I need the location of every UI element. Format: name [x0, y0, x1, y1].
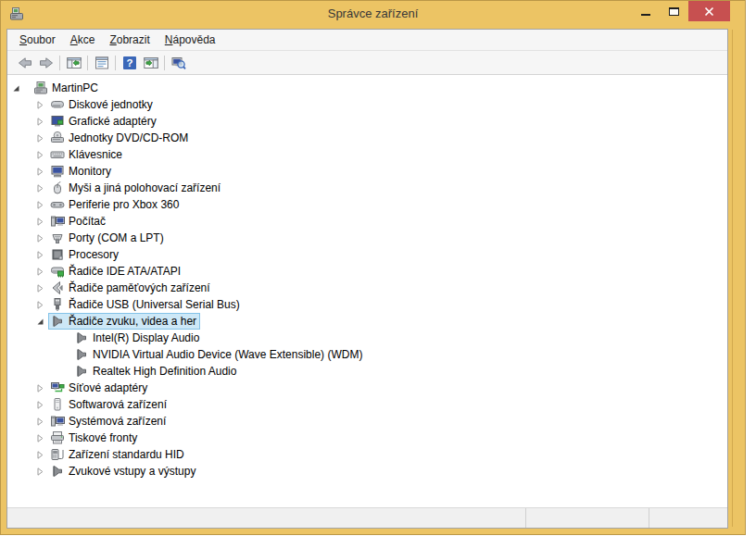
collapse-arrow-icon [36, 418, 44, 426]
tree-item[interactable]: Řadiče USB (Universal Serial Bus) [7, 296, 727, 313]
close-button[interactable] [688, 1, 730, 21]
expander-collapsed[interactable] [33, 431, 46, 444]
audio-icon [74, 330, 89, 345]
tree-item-body: Řadiče IDE ATA/ATAPI [48, 263, 184, 280]
expander-collapsed[interactable] [33, 148, 46, 161]
collapse-arrow-icon [36, 467, 44, 476]
tree-item[interactable]: Monitory [7, 163, 727, 180]
tree-item-label: Jednotky DVD/CD-ROM [69, 131, 188, 145]
computer-icon [33, 81, 48, 95]
menu-item-napoveda[interactable]: Nápověda [158, 31, 223, 49]
processor-icon-slot [50, 247, 65, 262]
menu-item-soubor[interactable]: Soubor [12, 31, 63, 49]
keyboard-icon [50, 147, 65, 162]
disk-drive-icon-slot [50, 97, 65, 112]
tree-item[interactable]: Zvukové vstupy a výstupy [7, 463, 727, 480]
tree-item[interactable]: Softwarová zařízení [7, 396, 727, 413]
tree-item[interactable]: Tiskové fronty [7, 430, 727, 446]
processor-icon [50, 247, 65, 262]
tree-item[interactable]: Počítač [7, 213, 727, 230]
tree-item[interactable]: Řadiče IDE ATA/ATAPI [7, 263, 727, 280]
tree-item[interactable]: Periferie pro Xbox 360 [7, 196, 727, 213]
tree-item-label: Periferie pro Xbox 360 [69, 197, 179, 212]
help-button[interactable]: ? [119, 53, 140, 73]
dvd-drive-icon [50, 131, 65, 145]
tree-item-body: Periferie pro Xbox 360 [48, 196, 183, 213]
properties-button[interactable] [91, 53, 112, 73]
forward-button[interactable] [35, 53, 57, 73]
audio-icon-slot [50, 314, 65, 329]
collapse-arrow-icon [36, 201, 44, 209]
expander-collapsed[interactable] [33, 215, 46, 228]
back-arrow-icon [18, 56, 32, 70]
expander-collapsed[interactable] [33, 398, 46, 411]
minimize-button[interactable] [631, 1, 660, 21]
system-device-icon [50, 414, 65, 429]
titlebar[interactable]: Správce zařízení [1, 1, 745, 28]
collapse-arrow-icon [36, 234, 44, 243]
tree-item[interactable]: Realtek High Definition Audio [7, 363, 727, 380]
tree-item[interactable]: Řadiče paměťových zařízení [7, 280, 727, 296]
expander-collapsed[interactable] [33, 131, 46, 144]
menu-item-zobrazit[interactable]: Zobrazit [102, 31, 157, 49]
tree-item[interactable]: Intel(R) Display Audio [7, 330, 727, 346]
tree-item-label: Diskové jednotky [69, 97, 153, 112]
tree-item-label: Síťové adaptéry [69, 380, 147, 395]
tree-item[interactable]: Porty (COM a LPT) [7, 230, 727, 246]
tree-item-label: Řadiče IDE ATA/ATAPI [69, 264, 181, 279]
tree-item[interactable]: Řadiče zvuku, videa a her [7, 313, 727, 330]
toolbar-separator [115, 56, 116, 70]
expander-expanded[interactable] [9, 81, 22, 94]
show-action-pane-button[interactable] [140, 53, 161, 73]
tree-item[interactable]: NVIDIA Virtual Audio Device (Wave Extens… [7, 346, 727, 363]
expander-collapsed[interactable] [33, 181, 46, 194]
tree-item[interactable]: Grafické adaptéry [7, 113, 727, 130]
expander-collapsed[interactable] [33, 165, 46, 178]
audio-icon [50, 314, 65, 329]
show-console-tree-button[interactable] [63, 53, 84, 73]
expander-collapsed[interactable] [33, 198, 46, 211]
collapse-arrow-icon [36, 434, 44, 443]
maximize-button[interactable] [660, 1, 688, 21]
expander-expanded[interactable] [33, 315, 46, 328]
expander-collapsed[interactable] [33, 465, 46, 478]
audio-icon [74, 364, 89, 379]
tree-item-label: NVIDIA Virtual Audio Device (Wave Extens… [93, 347, 362, 362]
tree-item[interactable]: Zařízení standardu HID [7, 446, 727, 463]
tree-item-label: Zvukové vstupy a výstupy [69, 464, 195, 479]
expander-collapsed[interactable] [33, 265, 46, 278]
tree-item[interactable]: Jednotky DVD/CD-ROM [7, 130, 727, 146]
properties-window-icon [94, 56, 109, 70]
tree-item-label: Řadiče paměťových zařízení [69, 280, 210, 295]
tree-item-label: Řadiče zvuku, videa a her [69, 314, 196, 329]
expander-collapsed[interactable] [33, 281, 46, 294]
menu-item-akce[interactable]: Akce [63, 31, 103, 49]
expander-collapsed[interactable] [33, 115, 46, 128]
expander-collapsed[interactable] [33, 381, 46, 394]
tree-item[interactable]: Procesory [7, 246, 727, 263]
expander-collapsed[interactable] [33, 298, 46, 311]
tree-item[interactable]: Diskové jednotky [7, 96, 727, 113]
collapse-arrow-icon [36, 284, 44, 293]
expander-spacer [57, 348, 70, 361]
tree-item-body: Síťové adaptéry [48, 380, 151, 396]
tree-item[interactable]: Systémová zařízení [7, 413, 727, 430]
tree-item[interactable]: Síťové adaptéry [7, 380, 727, 396]
tree-item-label: Klávesnice [69, 147, 122, 162]
tree-item-body: Procesory [48, 246, 122, 263]
tree-item[interactable]: Klávesnice [7, 146, 727, 163]
expander-collapsed[interactable] [33, 415, 46, 428]
scan-hardware-changes-button[interactable] [168, 53, 189, 73]
collapse-arrow-icon [36, 118, 44, 126]
tree-item[interactable]: Myši a jiná polohovací zařízení [7, 180, 727, 196]
expander-collapsed[interactable] [33, 248, 46, 261]
expander-collapsed[interactable] [33, 231, 46, 244]
software-device-icon [50, 397, 65, 412]
expander-collapsed[interactable] [33, 98, 46, 111]
expander-collapsed[interactable] [33, 448, 46, 461]
back-button[interactable] [14, 53, 35, 73]
tree-item[interactable]: MartinPC [7, 80, 727, 96]
system-device-icon-slot [50, 414, 65, 429]
software-device-icon-slot [50, 397, 65, 412]
audio-icon-slot [74, 330, 89, 345]
